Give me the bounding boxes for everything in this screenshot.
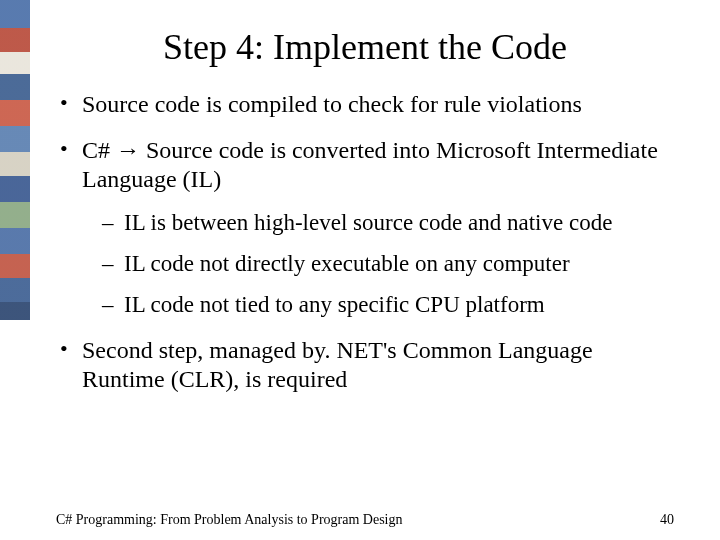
bullet-item: Second step, managed by. NET's Common La… [56, 336, 674, 393]
sub-bullet-item: IL code not tied to any specific CPU pla… [102, 291, 674, 318]
footer-page-number: 40 [660, 512, 674, 528]
bullet-item: Source code is compiled to check for rul… [56, 90, 674, 118]
bullet-list: Source code is compiled to check for rul… [56, 90, 674, 393]
bullet-text: C# → Source code is converted into Micro… [82, 137, 658, 191]
bullet-text: Second step, managed by. NET's Common La… [82, 337, 593, 391]
slide-footer: C# Programming: From Problem Analysis to… [0, 512, 720, 528]
sub-bullet-list: IL is between high-level source code and… [102, 209, 674, 318]
footer-source: C# Programming: From Problem Analysis to… [56, 512, 403, 528]
sub-bullet-item: IL code not directly executable on any c… [102, 250, 674, 277]
bullet-text: Source code is compiled to check for rul… [82, 91, 582, 117]
sub-bullet-text: IL code not tied to any specific CPU pla… [124, 292, 545, 317]
bullet-item: C# → Source code is converted into Micro… [56, 136, 674, 318]
slide-title: Step 4: Implement the Code [56, 26, 674, 68]
slide-container: Step 4: Implement the Code Source code i… [0, 0, 720, 540]
sub-bullet-text: IL is between high-level source code and… [124, 210, 612, 235]
sub-bullet-item: IL is between high-level source code and… [102, 209, 674, 236]
sub-bullet-text: IL code not directly executable on any c… [124, 251, 570, 276]
